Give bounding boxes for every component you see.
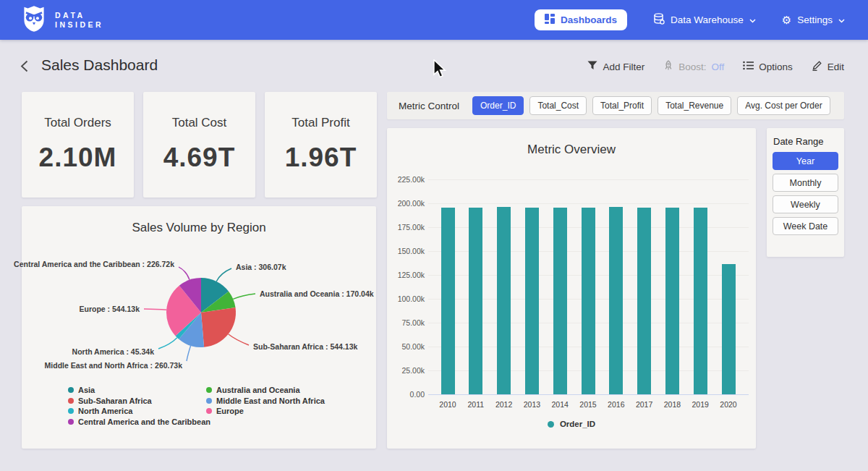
- legend-label: Asia: [78, 386, 95, 394]
- bar-2013[interactable]: [525, 208, 539, 394]
- bar-2010[interactable]: [441, 208, 455, 394]
- owl-logo-icon: [22, 5, 46, 35]
- x-axis-tick-2018: 2018: [656, 400, 688, 409]
- top-navbar: DATA INSIDER Dashboards: [0, 0, 868, 40]
- bar-2015[interactable]: [582, 208, 595, 394]
- pie-slice-2[interactable]: [201, 307, 236, 347]
- date-range-year[interactable]: Year: [773, 152, 838, 170]
- brand-logo[interactable]: DATA INSIDER: [22, 5, 103, 35]
- metric-control-label: Metric Control: [399, 101, 459, 111]
- page-title: Sales Dashboard: [41, 56, 158, 74]
- add-filter-button[interactable]: Add Filter: [587, 61, 644, 72]
- metric-button-total-revenue[interactable]: Total_Revenue: [658, 96, 731, 115]
- gridline: [428, 394, 749, 395]
- legend-dot: [206, 398, 212, 404]
- pie-leader-line-2: [229, 334, 249, 345]
- bar-2018[interactable]: [665, 208, 679, 394]
- date-range-monthly[interactable]: Monthly: [773, 174, 838, 192]
- gridline: [428, 179, 749, 180]
- legend-dot: [68, 419, 74, 425]
- back-button[interactable]: [20, 60, 28, 75]
- filter-funnel-icon: [587, 61, 597, 72]
- date-range-weekly[interactable]: Weekly: [773, 195, 838, 213]
- chevron-down-icon: [749, 14, 756, 25]
- options-label: Options: [759, 61, 793, 72]
- nav-data-warehouse-label: Data Warehouse: [671, 14, 744, 25]
- metric-button-order-id[interactable]: Order_ID: [472, 96, 524, 115]
- x-axis-tick-2013: 2013: [516, 400, 548, 409]
- pie-legend-item-middle-east-and-north-africa[interactable]: Middle East and North Africa: [206, 396, 325, 405]
- rocket-icon: [663, 60, 673, 73]
- y-axis-tick: 225.00k: [390, 175, 425, 184]
- x-axis-tick-2010: 2010: [432, 400, 464, 409]
- header-actions: Add Filter Boost: Off Options: [587, 60, 844, 73]
- bar-2012[interactable]: [497, 207, 511, 394]
- date-range-week-date[interactable]: Week Date: [773, 217, 838, 235]
- pie-legend-item-australia-and-oceania[interactable]: Australia and Oceania: [206, 386, 300, 394]
- bar-2016[interactable]: [609, 207, 623, 394]
- bar-2019[interactable]: [694, 208, 707, 394]
- bar-2017[interactable]: [637, 208, 651, 394]
- bar-2014[interactable]: [553, 208, 567, 394]
- boost-toggle[interactable]: Boost: Off: [663, 60, 724, 73]
- legend-dot: [206, 408, 212, 414]
- y-axis-tick: 25.00k: [390, 366, 425, 375]
- gridline: [428, 203, 749, 204]
- y-axis-tick: 50.00k: [390, 342, 425, 351]
- x-axis-tick-2011: 2011: [460, 400, 492, 409]
- metric-button-total-cost[interactable]: Total_Cost: [529, 96, 587, 115]
- pie-leader-line-1: [233, 294, 255, 299]
- legend-series-name: Order_ID: [560, 420, 595, 428]
- pie-legend-item-europe[interactable]: Europe: [206, 407, 244, 415]
- x-axis-tick-2012: 2012: [488, 400, 520, 409]
- legend-dot: [206, 387, 212, 393]
- kpi-label: Total Profit: [292, 116, 349, 130]
- date-range-buttons: YearMonthlyWeeklyWeek Date: [773, 152, 838, 235]
- pie-legend-item-sub-saharan-africa[interactable]: Sub-Saharan Africa: [68, 396, 152, 405]
- kpi-value: 4.69T: [163, 143, 236, 173]
- pie-legend-item-central-america-and-the-caribbean[interactable]: Central America and the Caribbean: [68, 417, 210, 426]
- legend-dot: [68, 387, 74, 393]
- nav-dashboards-label: Dashboards: [561, 14, 617, 25]
- nav-data-warehouse-menu[interactable]: Data Warehouse: [653, 13, 756, 27]
- legend-label: Australia and Oceania: [216, 386, 300, 394]
- legend-label: Europe: [216, 407, 244, 415]
- boost-label: Boost:: [678, 61, 706, 72]
- x-axis-tick-2019: 2019: [684, 400, 716, 409]
- kpi-card-total-profit: Total Profit1.96T: [265, 92, 377, 198]
- edit-button[interactable]: Edit: [812, 60, 844, 73]
- pie-label-2: Sub-Saharan Africa : 544.13k: [253, 342, 357, 351]
- bar-2011[interactable]: [469, 208, 482, 394]
- pencil-icon: [812, 60, 822, 73]
- options-button[interactable]: Options: [743, 61, 793, 72]
- metric-button-avg-cost-per-order[interactable]: Avg. Cost per Order: [737, 96, 830, 115]
- legend-label: Sub-Saharan Africa: [78, 396, 152, 405]
- bar-2020[interactable]: [722, 264, 736, 394]
- bar-chart-title: Metric Overview: [387, 143, 756, 157]
- brand-line2: INSIDER: [55, 21, 103, 29]
- legend-label: North America: [78, 407, 132, 415]
- date-range-label: Date Range: [773, 136, 823, 147]
- bar-chart-legend[interactable]: Order_ID: [387, 420, 756, 428]
- nav-settings-label: Settings: [797, 14, 833, 25]
- pie-legend-item-asia[interactable]: Asia: [68, 386, 95, 394]
- kpi-card-total-orders: Total Orders2.10M: [22, 92, 134, 198]
- y-axis-tick: 125.00k: [390, 271, 425, 279]
- metric-control-bar: Metric Control Order_IDTotal_CostTotal_P…: [387, 92, 844, 119]
- legend-dot: [548, 421, 554, 428]
- pie-label-0: Asia : 306.07k: [236, 263, 286, 271]
- metric-overview-panel: Metric Overview 0.0025.00k50.00k75.00k10…: [387, 128, 756, 449]
- pie-leader-line-4: [158, 338, 177, 349]
- legend-label: Central America and the Caribbean: [78, 417, 210, 426]
- y-axis-tick: 75.00k: [390, 318, 425, 327]
- legend-dot: [68, 398, 74, 404]
- gear-icon: ⚙: [782, 14, 791, 25]
- metric-button-total-profit[interactable]: Total_Profit: [592, 96, 652, 115]
- pie-legend-item-north-america[interactable]: North America: [68, 407, 132, 415]
- y-axis-tick: 175.00k: [390, 223, 425, 232]
- pie-leader-line-5: [144, 309, 166, 310]
- nav-settings-menu[interactable]: ⚙ Settings: [782, 14, 845, 25]
- nav-dashboards-button[interactable]: Dashboards: [535, 9, 627, 30]
- x-axis-tick-2014: 2014: [544, 400, 576, 409]
- legend-dot: [68, 408, 74, 414]
